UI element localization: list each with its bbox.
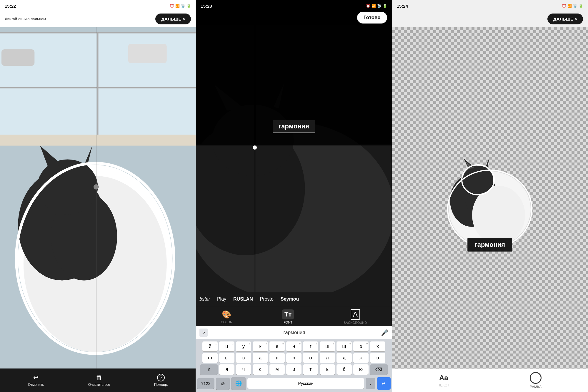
font-option-seymour[interactable]: Seymou xyxy=(279,296,300,302)
key-й[interactable]: й1 xyxy=(202,341,218,351)
clear-button[interactable]: 🗑 Очистить все xyxy=(88,374,110,387)
frame-tool-label: РАМКА xyxy=(530,385,542,389)
period-key[interactable]: . xyxy=(366,378,375,389)
status-icons-3: ⏰ 📶 📡 🔋 xyxy=(562,4,583,8)
status-icons-1: ⏰ 📶 📡 🔋 xyxy=(170,4,191,8)
help-icon: ? xyxy=(157,374,165,381)
help-button[interactable]: ? Помощь xyxy=(154,374,168,387)
key-ч[interactable]: ч xyxy=(236,364,251,375)
text-label-3[interactable]: гармония xyxy=(468,238,512,252)
wifi-icon-2: 📡 xyxy=(377,4,382,8)
status-icons-2: ⏰ 📶 📡 🔋 xyxy=(366,4,387,8)
font-option-prosto[interactable]: Prosto xyxy=(259,296,275,302)
key-о[interactable]: о xyxy=(303,353,318,363)
color-label: COLOR xyxy=(221,320,232,324)
key-ю[interactable]: ю xyxy=(353,364,369,375)
key-с[interactable]: с xyxy=(253,364,268,375)
key-т[interactable]: т xyxy=(303,364,318,375)
font-option-play[interactable]: Play xyxy=(216,296,227,302)
background-label: BACKGROUND xyxy=(344,321,367,324)
key-ц[interactable]: ц2 xyxy=(219,341,234,351)
keyboard-rows: й1 ц2 у3 к4 е5 н6 г7 ш8 щ9 з0 х ф ы в а … xyxy=(196,340,392,375)
key-и[interactable]: и xyxy=(286,364,302,375)
status-bar-1: 15:22 ⏰ 📶 📡 🔋 xyxy=(0,0,196,11)
battery-icon-2: 🔋 xyxy=(383,4,387,8)
undo-label: Отменить xyxy=(28,383,44,387)
enter-key[interactable]: ↵ xyxy=(377,377,391,390)
panel-3: 15:24 ⏰ 📶 📡 🔋 ДАЛЬШЕ > xyxy=(392,0,588,392)
font-option-ruslan[interactable]: RUSLAN xyxy=(232,296,254,302)
help-label: Помощь xyxy=(154,383,168,387)
canvas-area-3: гармония xyxy=(392,27,588,368)
key-щ[interactable]: щ9 xyxy=(337,341,352,351)
text-tool-button[interactable]: Aa ТЕКСТ xyxy=(438,374,449,387)
key-г[interactable]: г7 xyxy=(303,341,318,351)
next-button-1[interactable]: ДАЛЬШЕ > xyxy=(155,14,191,24)
status-bar-3: 15:24 ⏰ 📶 📡 🔋 xyxy=(392,0,588,11)
emoji-key[interactable]: ☺ xyxy=(216,378,229,390)
key-к[interactable]: к4 xyxy=(253,341,268,351)
key-а[interactable]: а xyxy=(253,353,268,363)
wifi-icon: 📡 xyxy=(181,4,185,8)
font-option-lobster[interactable]: bster xyxy=(198,296,211,302)
background-tool[interactable]: A BACKGROUND xyxy=(344,309,367,324)
font-selector-row: bster Play RUSLAN Prosto Seymou xyxy=(196,292,392,306)
key-ь[interactable]: ь xyxy=(320,364,335,375)
battery-icon: 🔋 xyxy=(186,4,191,8)
key-х[interactable]: х xyxy=(370,341,385,351)
key-ы[interactable]: ы xyxy=(219,353,234,363)
cat-svg-3 xyxy=(440,150,540,244)
undo-icon: ↩ xyxy=(33,374,39,381)
key-м[interactable]: м xyxy=(269,364,285,375)
status-time-1: 15:22 xyxy=(5,4,16,9)
background-a-icon: A xyxy=(351,309,360,320)
mic-icon: 🎤 xyxy=(381,329,388,336)
text-overlay-2[interactable]: гармония xyxy=(273,120,315,133)
divider-line-1[interactable] xyxy=(96,27,96,368)
svg-rect-6 xyxy=(0,135,196,145)
signal-icon: 📶 xyxy=(175,4,180,8)
undo-button[interactable]: ↩ Отменить xyxy=(28,374,44,387)
text-aa-icon: Aa xyxy=(439,374,448,382)
image-area-1 xyxy=(0,27,196,368)
key-д[interactable]: д xyxy=(337,353,352,363)
key-я[interactable]: я xyxy=(219,364,234,375)
key-л[interactable]: л xyxy=(320,353,335,363)
wifi-icon-3: 📡 xyxy=(573,4,577,8)
key-п[interactable]: п xyxy=(269,353,285,363)
key-в[interactable]: в xyxy=(236,353,251,363)
key-н[interactable]: н6 xyxy=(286,341,302,351)
key-э[interactable]: э xyxy=(370,353,385,363)
numbers-key[interactable]: ?123 xyxy=(197,378,214,389)
image-area-2: гармония xyxy=(196,25,392,292)
status-time-3: 15:24 xyxy=(397,4,408,9)
svg-rect-5 xyxy=(128,44,167,63)
font-tool[interactable]: Тт FONT xyxy=(282,309,294,324)
trash-icon: 🗑 xyxy=(96,374,102,381)
expand-keyboard-button[interactable]: > xyxy=(199,329,208,337)
space-key[interactable]: Русский xyxy=(247,378,364,389)
key-ш[interactable]: ш8 xyxy=(320,341,335,351)
frame-tool-button[interactable]: РАМКА xyxy=(530,372,542,389)
signal-icon-3: 📶 xyxy=(567,4,572,8)
keyboard-bottom-row: ?123 ☺ 🌐 Русский . ↵ xyxy=(196,376,392,392)
key-ф[interactable]: ф xyxy=(202,353,218,363)
backspace-key[interactable]: ⌫ xyxy=(370,364,388,375)
cat-with-text: гармония xyxy=(440,150,540,246)
next-button-3[interactable]: ДАЛЬШЕ > xyxy=(547,14,583,24)
slider-dot-1[interactable] xyxy=(94,184,99,190)
key-у[interactable]: у3 xyxy=(236,341,251,351)
color-tool[interactable]: 🎨 COLOR xyxy=(221,310,232,324)
mic-button[interactable]: 🎤 xyxy=(381,329,388,336)
keyboard-row-1: й1 ц2 у3 к4 е5 н6 г7 ш8 щ9 з0 х xyxy=(197,341,390,351)
key-б[interactable]: б xyxy=(337,364,352,375)
status-bar-2: 15:23 ⏰ 📶 📡 🔋 xyxy=(196,0,392,11)
key-е[interactable]: е5 xyxy=(269,341,285,351)
globe-key[interactable]: 🌐 xyxy=(231,377,246,390)
slider-dot-2[interactable] xyxy=(253,145,257,150)
key-р[interactable]: р xyxy=(286,353,302,363)
shift-key[interactable]: ⇧ xyxy=(200,364,218,375)
key-ж[interactable]: ж xyxy=(353,353,369,363)
done-button[interactable]: Готово xyxy=(357,12,387,24)
key-з[interactable]: з0 xyxy=(353,341,369,351)
